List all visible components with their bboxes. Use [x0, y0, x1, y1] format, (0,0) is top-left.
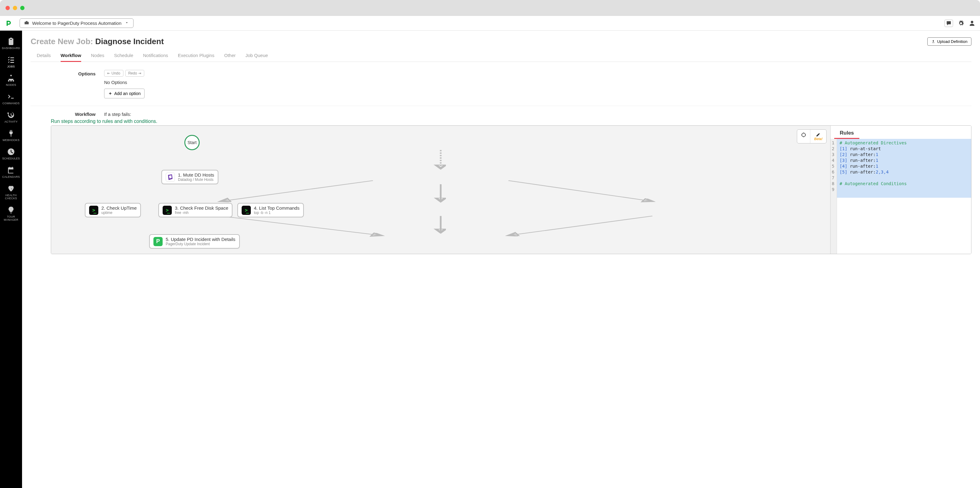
sidebar-item-commands[interactable]: COMMANDS	[0, 90, 22, 107]
chat-icon	[946, 20, 952, 26]
window-minimize-icon[interactable]	[13, 6, 17, 10]
terminal-icon	[7, 92, 15, 100]
heartbeat-icon	[7, 185, 15, 193]
workflow-node-2[interactable]: > 2. Check UpTime uptime	[85, 203, 141, 217]
workflow-section-header: Workflow If a step fails:	[30, 109, 971, 119]
clipboard-icon	[7, 37, 15, 45]
code-content[interactable]: # Autogenerated Directives [1] run-at-st…	[837, 139, 971, 198]
window-close-icon[interactable]	[5, 6, 10, 10]
datadog-icon	[166, 172, 175, 182]
pagerduty-logo-icon[interactable]	[5, 20, 12, 27]
history-icon	[7, 111, 15, 119]
tab-schedule[interactable]: Schedule	[114, 49, 133, 62]
no-options-text: No Options	[104, 80, 971, 85]
rules-panel-header: Rules	[834, 126, 859, 139]
tab-other[interactable]: Other	[224, 49, 236, 62]
svg-point-0	[802, 133, 805, 137]
project-selector-label: Welcome to PagerDuty Process Automation	[32, 21, 122, 26]
sidebar: DASHBOARD JOBS NODES COMMANDS ACTIVITY W…	[0, 31, 22, 488]
tab-workflow[interactable]: Workflow	[60, 49, 81, 62]
step-fails-label: If a step fails:	[104, 112, 971, 117]
main-content: Create New Job: Diagnose Incident Upload…	[22, 31, 980, 488]
chat-button[interactable]	[945, 20, 953, 27]
code-gutter: 1 2 3 4 5 6 7 8 9	[830, 139, 837, 254]
tab-details[interactable]: Details	[37, 49, 51, 62]
tab-job-queue[interactable]: Job Queue	[245, 49, 268, 62]
workflow-node-4[interactable]: > 4. List Top Commands top -b -n 1	[237, 203, 304, 217]
tab-notifications[interactable]: Notifications	[143, 49, 168, 62]
workflow-editor: Beta! Start	[51, 125, 971, 254]
sidebar-item-jobs[interactable]: JOBS	[0, 53, 22, 70]
rules-code-editor[interactable]: 1 2 3 4 5 6 7 8 9 # Autogenerated Direct…	[830, 139, 971, 254]
gear-icon[interactable]	[958, 20, 964, 26]
pagerduty-step-icon: P	[153, 237, 162, 246]
plug-icon	[7, 129, 15, 137]
window-maximize-icon[interactable]	[20, 6, 24, 10]
undo-button[interactable]: ⇤ Undo	[104, 70, 123, 77]
sidebar-item-health-checks[interactable]: HEALTH CHECKS	[0, 182, 22, 202]
browser-chrome	[0, 0, 980, 16]
topbar: Welcome to PagerDuty Process Automation	[0, 16, 980, 31]
terminal-step-icon: >	[89, 206, 98, 215]
list-check-icon	[7, 56, 15, 64]
chevron-down-icon	[125, 21, 129, 26]
rules-panel: Rules 1 2 3 4 5 6 7 8 9	[830, 126, 971, 254]
tab-bar: Details Workflow Nodes Schedule Notifica…	[30, 49, 971, 62]
workflow-start-node[interactable]: Start	[185, 135, 200, 150]
canvas-toolbar: Beta!	[797, 129, 827, 144]
sidebar-item-activity[interactable]: ACTIVITY	[0, 108, 22, 126]
clock-icon	[7, 148, 15, 156]
user-icon[interactable]	[969, 20, 975, 26]
terminal-step-icon: >	[242, 206, 251, 215]
sidebar-item-webhooks[interactable]: WEBHOOKS	[0, 127, 22, 144]
center-view-button[interactable]	[797, 130, 810, 143]
crosshair-icon	[801, 132, 807, 138]
toolbox-icon	[24, 21, 29, 26]
plus-icon: ＋	[108, 91, 112, 96]
pencil-icon	[816, 132, 821, 137]
upload-definition-button[interactable]: Upload Definition	[928, 37, 971, 46]
options-section: Options ⇤ Undo Redo ⇥ No Options ＋ Add a…	[30, 67, 971, 106]
sidebar-item-dashboard[interactable]: DASHBOARD	[0, 35, 22, 52]
tab-nodes[interactable]: Nodes	[91, 49, 104, 62]
redo-button[interactable]: Redo ⇥	[125, 70, 145, 77]
tab-execution-plugins[interactable]: Execution Plugins	[178, 49, 215, 62]
edit-mode-button[interactable]: Beta!	[810, 130, 826, 143]
sidebar-item-schedules[interactable]: SCHEDULES	[0, 145, 22, 163]
workflow-node-3[interactable]: > 3. Check Free Disk Space free -mh	[158, 203, 232, 217]
upload-icon	[931, 40, 935, 43]
calendar-icon	[7, 166, 15, 174]
sidebar-item-calendars[interactable]: CALENDARS	[0, 164, 22, 181]
sidebar-item-nodes[interactable]: NODES	[0, 72, 22, 89]
workflow-node-1[interactable]: 1. Mute DD Hosts Datadog / Mute Hosts	[161, 170, 218, 184]
options-label: Options	[30, 70, 104, 98]
page-title: Create New Job: Diagnose Incident	[30, 37, 164, 46]
network-icon	[7, 74, 15, 82]
sidebar-item-tour-manager[interactable]: TOUR MANAGER	[0, 204, 22, 224]
lightbulb-icon	[7, 206, 15, 214]
workflow-node-5[interactable]: P 5. Update PD Incident with Details Pag…	[149, 234, 240, 249]
workflow-label: Workflow	[30, 112, 104, 117]
project-selector-dropdown[interactable]: Welcome to PagerDuty Process Automation	[20, 18, 134, 28]
undo-arrow-icon: ⇤	[107, 71, 110, 75]
rules-mode-link[interactable]: Run steps according to rules and with co…	[51, 119, 971, 124]
redo-arrow-icon: ⇥	[138, 71, 141, 75]
terminal-step-icon: >	[162, 206, 172, 215]
add-option-button[interactable]: ＋ Add an option	[104, 89, 145, 98]
workflow-canvas[interactable]: Beta! Start	[51, 126, 830, 254]
